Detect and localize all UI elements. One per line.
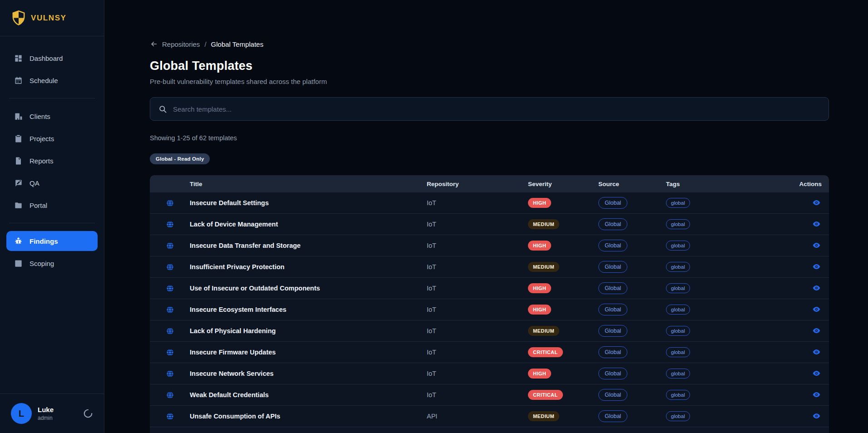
table-header: Title Repository Severity Source Tags Ac… [150,175,829,192]
eye-icon [812,326,821,335]
severity-badge: HIGH [528,305,551,315]
brand-logo[interactable]: VULNSY [0,0,104,36]
table-row[interactable]: Insecure Firmware Updates IoT CRITICAL G… [150,342,829,363]
source-cell: Global [598,325,666,337]
source-pill: Global [598,218,627,230]
breadcrumb-back-link[interactable]: Repositories [150,40,200,48]
actions-cell [783,389,829,401]
template-title: Insecure Firmware Updates [190,349,427,356]
sidebar-item-schedule[interactable]: Schedule [6,70,98,90]
tag-pill[interactable]: global [666,390,690,400]
view-template-button[interactable] [811,411,822,421]
sidebar-item-reports[interactable]: Reports [6,151,98,171]
search-input[interactable] [173,105,820,113]
view-template-button[interactable] [811,368,822,379]
row-icon-cell [150,327,190,335]
template-title: Insecure Default Settings [190,199,427,207]
severity-cell: CRITICAL [528,347,598,357]
sidebar-item-clients[interactable]: Clients [6,106,98,126]
table-row[interactable]: Unsafe Consumption of APIs API MEDIUM Gl… [150,406,829,427]
view-template-button[interactable] [811,325,822,336]
source-pill: Global [598,282,627,294]
table-row[interactable]: Insecure Network Services IoT HIGH Globa… [150,363,829,384]
tag-pill[interactable]: global [666,219,690,229]
sidebar-item-projects[interactable]: Projects [6,128,98,148]
template-title: Insufficient Privacy Protection [190,263,427,271]
sidebar-nav: Dashboard Schedule Clients Projects Repo… [0,36,104,394]
table-row[interactable]: Lack of Device Management IoT MEDIUM Glo… [150,214,829,235]
table-row[interactable]: Use of Insecure or Outdated Components I… [150,278,829,299]
template-repository: IoT [427,242,528,249]
view-template-button[interactable] [811,240,822,251]
tag-pill[interactable]: global [666,241,690,251]
source-cell: Global [598,197,666,209]
table-row[interactable]: Lack of Physical Hardening IoT MEDIUM Gl… [150,320,829,342]
eye-icon [812,412,821,420]
view-template-button[interactable] [811,283,822,293]
eye-icon [812,220,821,228]
template-repository: IoT [427,221,528,228]
breadcrumb: Repositories / Global Templates [150,40,829,48]
tags-cell: global [666,262,783,272]
actions-cell [783,240,829,251]
sidebar-item-dashboard[interactable]: Dashboard [6,48,98,68]
table-row[interactable]: Insecure Ecosystem Interfaces IoT HIGH G… [150,299,829,320]
view-template-button[interactable] [811,261,822,272]
view-template-button[interactable] [811,347,822,357]
table-row[interactable]: Insecure Data Transfer and Storage IoT H… [150,235,829,256]
tag-pill[interactable]: global [666,411,690,421]
severity-badge: MEDIUM [528,326,559,336]
sidebar-item-scoping[interactable]: Scoping [6,253,98,273]
tag-pill[interactable]: global [666,305,690,315]
sidebar-item-portal[interactable]: Portal [6,195,98,215]
severity-cell: HIGH [528,241,598,251]
globe-icon [166,327,174,335]
table-row[interactable]: Insecure Default Settings IoT HIGH Globa… [150,192,829,214]
sidebar-divider [9,98,95,98]
view-template-button[interactable] [811,304,822,315]
tag-pill[interactable]: global [666,198,690,208]
template-repository: IoT [427,391,528,399]
sidebar-item-qa[interactable]: QA [6,173,98,193]
header-cell-actions: Actions [783,181,829,187]
shield-logo-icon [12,10,25,25]
template-title: Insecure Network Services [190,370,427,377]
severity-cell: MEDIUM [528,262,598,272]
severity-badge: CRITICAL [528,390,563,400]
eye-icon [812,390,821,399]
row-icon-cell [150,349,190,356]
tag-pill[interactable]: global [666,326,690,336]
dashboard-icon [14,54,23,63]
spinner-icon [83,408,93,418]
view-template-button[interactable] [811,219,822,229]
template-repository: IoT [427,199,528,207]
eye-icon [812,198,821,207]
row-icon-cell [150,285,190,292]
table-row[interactable]: Weak Default Credentials IoT CRITICAL Gl… [150,384,829,406]
tags-cell: global [666,219,783,229]
tag-pill[interactable]: global [666,283,690,293]
severity-badge: HIGH [528,198,551,208]
source-cell: Global [598,240,666,251]
template-repository: IoT [427,306,528,313]
sidebar-item-label: Projects [30,135,54,143]
sidebar-item-label: Schedule [30,77,58,84]
view-template-button[interactable] [811,389,822,400]
tag-pill[interactable]: global [666,347,690,357]
template-repository: IoT [427,370,528,377]
globe-icon [166,349,174,356]
sidebar-item-label: Findings [30,237,58,245]
table-body: Insecure Default Settings IoT HIGH Globa… [150,192,829,427]
table-row[interactable]: Insufficient Privacy Protection IoT MEDI… [150,256,829,278]
severity-badge: MEDIUM [528,262,559,272]
tag-pill[interactable]: global [666,262,690,272]
eye-icon [812,369,821,378]
tag-pill[interactable]: global [666,369,690,379]
sidebar-item-findings[interactable]: Findings [6,231,98,251]
eye-icon [812,284,821,292]
results-count: Showing 1-25 of 62 templates [150,134,829,142]
search-icon [158,105,167,113]
severity-badge: HIGH [528,283,551,293]
source-pill: Global [598,261,627,273]
view-template-button[interactable] [811,197,822,208]
